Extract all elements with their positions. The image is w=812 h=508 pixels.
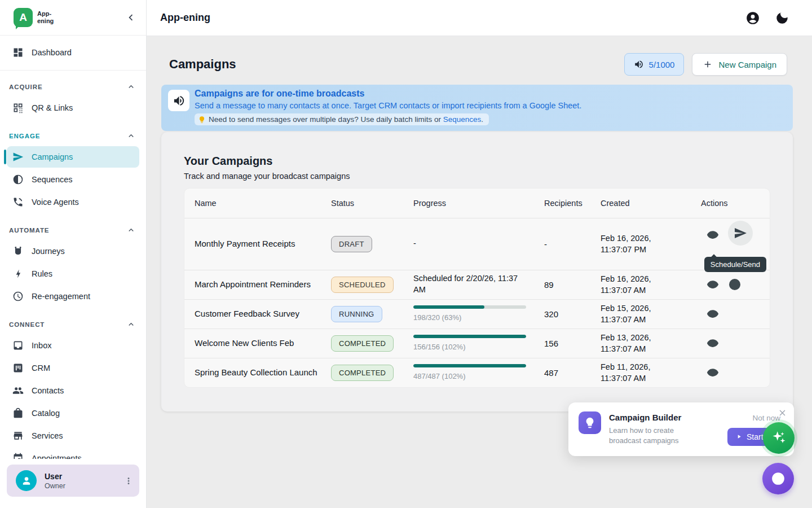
table-row: Welcome New Clients FebCOMPLETED156/156 … xyxy=(184,329,770,358)
view-campaign-button[interactable] xyxy=(707,366,719,379)
banner-megaphone-icon xyxy=(168,90,189,111)
view-campaign-button[interactable] xyxy=(707,278,719,291)
progress-label: 487/487 (102%) xyxy=(413,371,528,382)
not-now-button[interactable]: Not now xyxy=(752,414,780,422)
actions-cell xyxy=(701,278,760,291)
recipients-count: 320 xyxy=(544,309,601,319)
column-header-actions: Actions xyxy=(701,199,760,208)
column-header-progress: Progress xyxy=(413,199,544,208)
popup-subtitle: Learn how to create broadcast campaigns xyxy=(609,426,688,446)
sidebar-section-automate: AUTOMATE xyxy=(0,214,146,239)
sidebar-item-qr-links[interactable]: QR & Links xyxy=(7,97,139,119)
status-badge: SCHEDULED xyxy=(331,277,394,293)
user-card[interactable]: User Owner xyxy=(7,465,139,497)
sequences-icon xyxy=(12,174,24,185)
campaign-name: Customer Feedback Survey xyxy=(195,308,331,319)
help-button[interactable] xyxy=(762,463,794,494)
actions-cell xyxy=(701,308,760,320)
status-badge: COMPLETED xyxy=(331,365,394,381)
close-icon xyxy=(778,408,787,418)
popup-title: Campaign Builder xyxy=(609,413,688,422)
schedule-send-tooltip: Schedule/Send xyxy=(704,257,766,272)
bolt-icon xyxy=(12,268,24,279)
user-menu-dots-icon[interactable] xyxy=(123,476,134,486)
sparkles-icon xyxy=(771,430,787,446)
sidebar-item-label: Inbox xyxy=(32,341,51,350)
section-label: ENGAGE xyxy=(9,133,40,139)
sidebar-item-campaigns[interactable]: Campaigns xyxy=(7,146,139,168)
popup-close-icon[interactable] xyxy=(778,408,787,418)
status-badge: RUNNING xyxy=(331,306,382,322)
plus-icon xyxy=(703,59,713,69)
actions-cell xyxy=(701,366,760,379)
campaign-quota-badge[interactable]: 5/1000 xyxy=(624,53,685,76)
recipients-count: 487 xyxy=(544,368,601,378)
campaigns-table: Name Status Progress Recipients Created … xyxy=(184,188,770,388)
progress-bar xyxy=(413,305,526,309)
view-campaign-button[interactable] xyxy=(707,229,719,241)
campaign-name: Welcome New Clients Feb xyxy=(195,338,331,349)
created-date: Feb 16, 2026,11:37:07 PM xyxy=(601,233,701,256)
sidebar-item-catalog[interactable]: Catalog xyxy=(7,402,139,424)
sidebar-logo-row: A App- ening xyxy=(0,0,146,36)
chevron-up-icon[interactable] xyxy=(126,319,136,329)
chevron-up-icon[interactable] xyxy=(126,82,136,91)
sidebar-item-rules[interactable]: Rules xyxy=(7,263,139,284)
sidebar-item-label: Re-engagement xyxy=(32,292,90,301)
status-badge: DRAFT xyxy=(331,236,372,252)
dark-mode-moon-icon[interactable] xyxy=(775,11,789,25)
section-label: ACQUIRE xyxy=(9,84,42,90)
sidebar-item-inbox[interactable]: Inbox xyxy=(7,335,139,356)
sidebar-item-label: Dashboard xyxy=(32,48,72,57)
chevron-up-icon[interactable] xyxy=(126,131,136,141)
store-icon xyxy=(12,430,24,441)
progress-cell: Scheduled for 2/20/26, 11:37 AM xyxy=(413,273,544,295)
sidebar-section-engage: ENGAGE xyxy=(0,120,146,145)
sidebar-item-dashboard[interactable]: Dashboard xyxy=(7,42,139,63)
route-icon xyxy=(12,246,24,257)
campaign-builder-popup: Campaign Builder Learn how to create bro… xyxy=(568,402,794,456)
phone-icon xyxy=(12,196,24,208)
created-date: Feb 13, 2026,11:37:07 AM xyxy=(601,332,701,355)
sidebar-item-label: CRM xyxy=(32,364,50,373)
campaigns-card: Your Campaigns Track and manage your bro… xyxy=(161,132,793,411)
inbox-icon xyxy=(12,340,24,351)
sidebar-item-label: Rules xyxy=(32,269,52,278)
sequences-link[interactable]: Sequences xyxy=(443,115,482,124)
sidebar-item-voice-agents[interactable]: Voice Agents xyxy=(7,191,139,213)
sidebar-item-re-engagement[interactable]: Re-engagement xyxy=(7,286,139,307)
sidebar-item-label: Contacts xyxy=(32,386,64,395)
sidebar: A App- ening Dashboard ACQUIREQR & Links… xyxy=(0,0,147,508)
account-icon[interactable] xyxy=(745,11,760,25)
new-campaign-button[interactable]: New Campaign xyxy=(692,53,787,76)
cancel-campaign-button[interactable] xyxy=(728,278,742,291)
actions-cell: Schedule/Send xyxy=(701,224,760,246)
sidebar-collapse-icon[interactable] xyxy=(125,11,137,24)
sidebar-item-services[interactable]: Services xyxy=(7,425,139,446)
sidebar-item-label: Services xyxy=(32,431,63,440)
sidebar-item-journeys[interactable]: Journeys xyxy=(7,240,139,262)
sidebar-item-label: Sequences xyxy=(32,175,73,184)
table-header: Name Status Progress Recipients Created … xyxy=(184,189,770,218)
sidebar-item-crm[interactable]: CRM xyxy=(7,357,139,379)
view-campaign-button[interactable] xyxy=(707,337,719,349)
topbar-title: App-ening xyxy=(160,12,210,24)
app-wordmark: App- ening xyxy=(37,10,54,24)
banner-title: Campaigns are for one-time broadcasts xyxy=(195,89,581,99)
megaphone-icon xyxy=(634,59,644,69)
progress-label: 156/156 (102%) xyxy=(413,342,528,352)
progress-cell: 487/487 (102%) xyxy=(413,364,544,382)
card-title: Your Campaigns xyxy=(184,155,770,168)
chevron-up-icon[interactable] xyxy=(126,225,136,235)
sidebar-item-contacts[interactable]: Contacts xyxy=(7,380,139,401)
ai-assistant-button[interactable] xyxy=(763,422,795,454)
sidebar-item-label: Catalog xyxy=(32,409,60,418)
schedule-send-button[interactable] xyxy=(728,221,753,246)
question-mark-icon xyxy=(770,470,787,487)
progress-cell: 198/320 (63%) xyxy=(413,305,544,323)
sidebar-item-sequences[interactable]: Sequences xyxy=(7,169,139,190)
app-logo: A xyxy=(14,8,33,27)
view-campaign-button[interactable] xyxy=(707,308,719,320)
play-icon xyxy=(736,433,742,440)
qr-icon xyxy=(12,102,24,113)
